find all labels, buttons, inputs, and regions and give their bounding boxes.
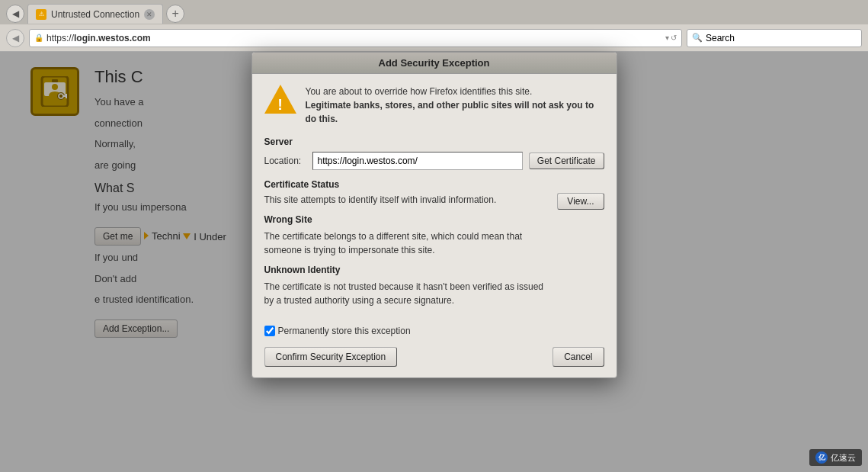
- add-security-exception-dialog: Add Security Exception ! You are about t…: [251, 52, 617, 378]
- dialog-body: ! You are about to override how Firefox …: [252, 74, 617, 377]
- back-nav-button[interactable]: ◀: [6, 29, 24, 47]
- cert-status-text: This site attempts to identify itself wi…: [264, 194, 497, 205]
- tab-warning-icon: ⚠: [36, 9, 46, 20]
- unknown-identity-title: Unknown Identity: [264, 263, 552, 277]
- url-actions: ▾ ↺: [665, 34, 677, 42]
- watermark-text: 亿速云: [831, 452, 856, 464]
- bookmark-arrow[interactable]: ▾: [665, 34, 669, 42]
- url-bar[interactable]: 🔒 https://login.westos.com ▾ ↺: [29, 29, 682, 47]
- warning-text-block: You are about to override how Firefox id…: [306, 85, 604, 126]
- url-domain: login.westos.com: [74, 33, 151, 43]
- warning-exclamation: !: [277, 96, 283, 114]
- back-button[interactable]: ◀: [6, 5, 24, 23]
- dialog-title-bar: Add Security Exception: [252, 53, 617, 74]
- url-protocol: https://: [46, 33, 74, 43]
- wrong-site-title: Wrong Site: [264, 213, 552, 226]
- confirm-security-exception-button[interactable]: Confirm Security Exception: [264, 347, 398, 367]
- watermark: 亿 亿速云: [809, 449, 862, 466]
- permanently-store-label: Permanently store this exception: [278, 326, 411, 336]
- cert-status-text-block: This site attempts to identify itself wi…: [264, 193, 552, 316]
- dialog-warning-section: ! You are about to override how Firefox …: [264, 85, 604, 126]
- location-input[interactable]: [312, 152, 523, 170]
- location-label: Location:: [264, 156, 306, 166]
- permanently-store-row: Permanently store this exception: [264, 326, 604, 336]
- tab-title: Untrusted Connection: [51, 9, 139, 20]
- cert-status-title: Certificate Status: [264, 179, 604, 190]
- tab-bar: ◀ ⚠ Untrusted Connection ✕ +: [0, 0, 868, 24]
- url-text: https://login.westos.com: [46, 33, 151, 43]
- cancel-button[interactable]: Cancel: [553, 347, 604, 367]
- search-placeholder: Search: [706, 33, 735, 43]
- dialog-title: Add Security Exception: [379, 57, 490, 69]
- server-section-title: Server: [264, 136, 604, 147]
- dialog-buttons: Confirm Security Exception Cancel: [264, 347, 604, 367]
- unknown-identity-text: The certificate is not trusted because i…: [264, 280, 552, 307]
- nav-bar: ◀ 🔒 https://login.westos.com ▾ ↺ 🔍 Searc…: [0, 24, 868, 52]
- server-section: Server Location: Get Certificate: [264, 136, 604, 170]
- location-row: Location: Get Certificate: [264, 152, 604, 170]
- get-certificate-button[interactable]: Get Certificate: [529, 153, 604, 169]
- certificate-status-section: Certificate Status This site attempts to…: [264, 179, 604, 316]
- new-tab-button[interactable]: +: [166, 5, 184, 23]
- permanently-store-checkbox[interactable]: [264, 326, 275, 336]
- tab-close-button[interactable]: ✕: [144, 9, 155, 20]
- reload-icon[interactable]: ↺: [671, 34, 677, 42]
- browser-tab[interactable]: ⚠ Untrusted Connection ✕: [27, 4, 163, 24]
- browser-chrome: ◀ ⚠ Untrusted Connection ✕ + ◀ 🔒 https:/…: [0, 0, 868, 52]
- lock-icon: 🔒: [34, 34, 43, 42]
- search-bar[interactable]: 🔍 Search: [687, 29, 862, 47]
- warning-bold-text: Legitimate banks, stores, and other publ…: [306, 100, 594, 124]
- view-button[interactable]: View...: [557, 193, 604, 210]
- search-icon: 🔍: [692, 33, 703, 43]
- warning-text: You are about to override how Firefox id…: [306, 86, 533, 97]
- cert-status-row: This site attempts to identify itself wi…: [264, 193, 604, 316]
- wrong-site-text: The certificate belongs to a different s…: [264, 230, 552, 257]
- warning-icon: !: [264, 85, 296, 117]
- watermark-logo: 亿: [815, 451, 828, 464]
